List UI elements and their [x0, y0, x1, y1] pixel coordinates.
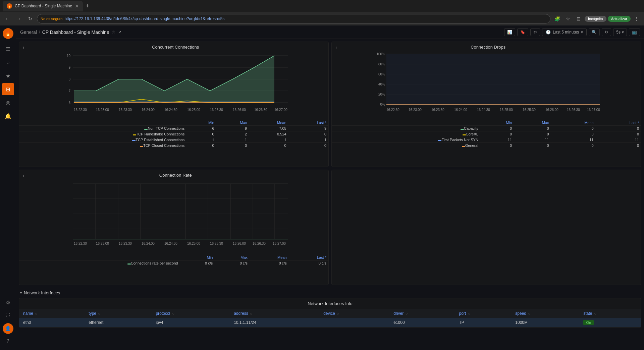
reload-btn[interactable]: ↻	[25, 14, 35, 23]
forward-btn[interactable]: →	[14, 14, 23, 23]
col-device[interactable]: device ▽	[319, 309, 389, 318]
browser-chrome: 🔥 CP Dashboard - Single Machine ✕ + ← → …	[0, 0, 644, 25]
refresh-interval[interactable]: 5s ▾	[613, 28, 627, 36]
svg-text:100%: 100%	[376, 52, 385, 56]
last-val: 11	[596, 137, 641, 143]
app-layout: 🔥 ☰ ⌕ ★ ⊞ ◎ 🔔 ⚙ 🛡 👤 ? General / CP Dashb…	[0, 25, 644, 350]
last-val: 0	[596, 143, 641, 149]
share-icon[interactable]: ↗	[118, 30, 121, 35]
panel-header: i Connection Drops	[332, 42, 641, 51]
rate-chart-area: 16:22:30 16:23:00 16:23:30 16:24:00 16:2…	[19, 179, 328, 253]
legend-row-general: General 0 0 0 0	[332, 143, 641, 149]
panel-title: Connection Rate	[26, 173, 324, 178]
col-type[interactable]: type ▽	[85, 309, 152, 318]
color-indicator	[144, 129, 148, 130]
cell-speed: 1000M	[511, 318, 579, 327]
time-picker[interactable]: 🕐 Last 5 minutes ▾	[542, 28, 587, 36]
incognito-btn[interactable]: Incógnito	[585, 16, 606, 22]
dashboard-grid: i Concurrent Connections 10 9 8	[16, 39, 644, 350]
col-port[interactable]: port ▽	[455, 309, 511, 318]
max-val: 0	[514, 126, 551, 131]
sidebar-item-shield[interactable]: 🛡	[2, 310, 14, 322]
port-filter-icon: ▽	[468, 312, 470, 315]
legend-max-header: Max	[216, 120, 249, 126]
protocol-filter-icon: ▽	[172, 312, 174, 315]
tab-bar: 🔥 CP Dashboard - Single Machine ✕ +	[0, 0, 644, 12]
add-panel-btn[interactable]: 📊	[504, 28, 515, 36]
sidebar-item-help[interactable]: ?	[2, 335, 14, 347]
panel-title: Concurrent Connections	[26, 45, 324, 50]
breadcrumb: General / CP Dashboard - Single Machine	[20, 30, 109, 35]
col-name[interactable]: name ▽	[19, 309, 85, 318]
panel-info-icon: i	[23, 45, 24, 49]
svg-text:16:26:30: 16:26:30	[254, 108, 267, 112]
legend-name-cell: CoreXL	[334, 132, 478, 136]
network-interfaces-table: name ▽ type ▽ protocol ▽ address ▽ devic…	[19, 309, 641, 327]
mark-btn[interactable]: 🔖	[517, 28, 528, 36]
menu-btn[interactable]: ⋮	[632, 14, 641, 23]
nav-bar: ← → ↻ No es seguro https://172.16.1.139:…	[0, 12, 644, 25]
active-tab[interactable]: 🔥 CP Dashboard - Single Machine ✕	[3, 1, 83, 11]
svg-text:20%: 20%	[378, 93, 385, 96]
svg-text:8: 8	[68, 77, 70, 81]
chevron-icon: ▾	[20, 291, 22, 295]
col-address[interactable]: address ▽	[230, 309, 319, 318]
mean-val: 0	[551, 131, 596, 137]
tab-title: CP Dashboard - Single Machine	[15, 4, 72, 8]
dashboard-settings-btn[interactable]: ⚙	[530, 28, 540, 36]
sidebar-item-alerting[interactable]: 🔔	[2, 110, 14, 122]
sidebar-item-menu[interactable]: ☰	[2, 43, 14, 55]
legend-name-header	[19, 255, 180, 260]
breadcrumb-general[interactable]: General	[20, 30, 37, 35]
network-section-header[interactable]: ▾ Network Interfaces	[19, 288, 641, 298]
legend-last-header: Last *	[289, 255, 328, 260]
update-btn[interactable]: Actualizar	[608, 16, 631, 22]
col-protocol[interactable]: protocol ▽	[152, 309, 230, 318]
col-driver[interactable]: driver ▽	[389, 309, 455, 318]
back-btn[interactable]: ←	[3, 14, 12, 23]
tab-close-btn[interactable]: ✕	[75, 3, 79, 9]
chevron-down-icon-2: ▾	[622, 30, 624, 35]
legend-name-cell: TCP Established Connections	[21, 138, 184, 142]
star-icon[interactable]: ☆	[112, 30, 115, 35]
sidebar-item-dashboards[interactable]: ⊞	[2, 83, 14, 95]
sidebar-item-explore[interactable]: ◎	[2, 97, 14, 109]
tab-favicon: 🔥	[7, 3, 12, 9]
svg-text:16:24:30: 16:24:30	[477, 108, 490, 112]
max-val: 9	[216, 126, 249, 131]
new-tab-btn[interactable]: +	[86, 3, 89, 10]
sidebar-item-user[interactable]: 👤	[3, 323, 13, 334]
svg-text:16:22:30: 16:22:30	[74, 108, 87, 112]
col-speed[interactable]: speed ▽	[511, 309, 579, 318]
cell-address: 10.1.1.11/24	[230, 318, 319, 327]
col-state[interactable]: state ▽	[579, 309, 641, 318]
sidebar-item-settings[interactable]: ⚙	[2, 296, 14, 308]
cell-type: ethernet	[85, 318, 152, 327]
color-indicator	[140, 146, 143, 147]
svg-text:16:25:30: 16:25:30	[523, 108, 536, 112]
bookmark-btn[interactable]: ☆	[563, 14, 573, 23]
legend-last-header: Last *	[596, 120, 641, 126]
refresh-btn[interactable]: ↻	[602, 28, 611, 36]
cell-device	[319, 318, 389, 327]
svg-text:16:25:30: 16:25:30	[210, 242, 223, 245]
chevron-down-icon: ▾	[581, 30, 583, 35]
profile-btn[interactable]: ⊡	[574, 14, 583, 23]
tv-mode-btn[interactable]: 📺	[629, 28, 640, 36]
mean-val: 0	[249, 143, 288, 149]
type-filter-icon: ▽	[98, 312, 100, 315]
address-bar[interactable]: No es seguro https://172.16.1.139:4438/d…	[37, 14, 550, 23]
refresh-interval-value: 5s	[616, 30, 621, 35]
sidebar-item-starred[interactable]: ★	[2, 70, 14, 82]
svg-text:16:24:30: 16:24:30	[164, 108, 177, 112]
table-header-row: name ▽ type ▽ protocol ▽ address ▽ devic…	[19, 309, 641, 318]
extensions-btn[interactable]: 🧩	[552, 14, 562, 23]
panel-info-icon: i	[336, 45, 336, 49]
svg-text:60%: 60%	[378, 72, 385, 76]
sidebar-logo[interactable]: 🔥	[3, 28, 13, 39]
zoom-out-btn[interactable]: 🔍	[589, 28, 600, 36]
svg-text:16:27:00: 16:27:00	[273, 242, 286, 245]
svg-text:6: 6	[68, 101, 70, 105]
sidebar-item-search[interactable]: ⌕	[2, 56, 14, 68]
min-val: 1	[186, 137, 216, 143]
